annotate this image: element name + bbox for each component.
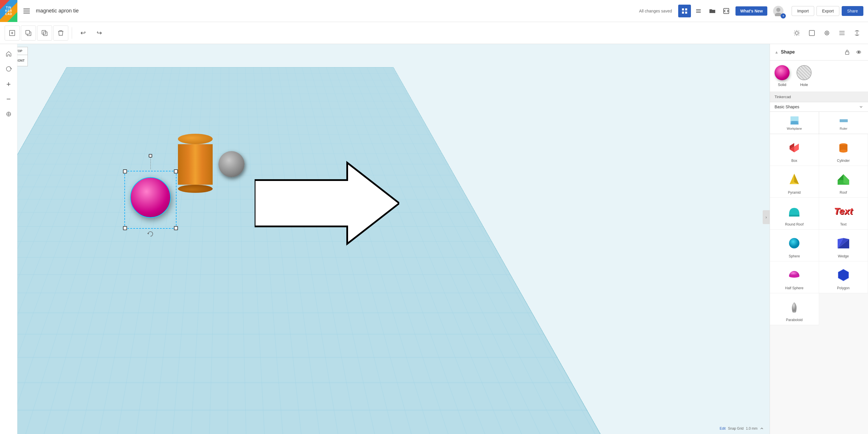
roof-label: Roof	[840, 191, 847, 195]
cylinder-body	[178, 144, 213, 185]
undo-button[interactable]: ↩	[75, 26, 91, 40]
save-status: All changes saved	[639, 9, 672, 13]
shape-sphere[interactable]: Sphere	[770, 230, 819, 261]
snap-grid-label: Snap Grid	[728, 427, 744, 431]
zoom-out-tool[interactable]: −	[2, 93, 15, 106]
ruler-label: Ruler	[840, 127, 847, 130]
shape-half-sphere[interactable]: Half Sphere	[770, 261, 819, 293]
duplicate-button[interactable]	[37, 26, 52, 40]
folder-button[interactable]	[706, 5, 719, 18]
shape-panel-title: Shape	[781, 50, 840, 55]
shape-polygon[interactable]: Polygon	[819, 261, 868, 293]
shape-paraboloid[interactable]: Paraboloid	[770, 293, 819, 325]
shape-roof[interactable]: Roof	[819, 166, 868, 198]
share-button[interactable]: Share	[842, 6, 863, 16]
wedge-icon	[835, 234, 852, 252]
import-button[interactable]: Import	[792, 6, 814, 16]
svg-point-6	[776, 8, 780, 12]
half-sphere-icon	[785, 266, 803, 284]
shape-view-button[interactable]	[806, 27, 818, 39]
embed-button[interactable]	[720, 5, 733, 18]
hamburger-menu-button[interactable]	[20, 4, 34, 18]
workplane-icon	[789, 115, 800, 126]
shape-panel-collapse[interactable]: ▲	[775, 50, 779, 54]
snap-grid-info: Edit Snap Grid 1.0 mm	[720, 427, 764, 431]
shape-panel-header: ▲ Shape	[770, 44, 868, 60]
fit-view-tool[interactable]	[2, 108, 15, 120]
canvas-area[interactable]	[18, 44, 770, 434]
zoom-in-tool[interactable]: +	[2, 78, 15, 90]
svg-point-22	[858, 52, 860, 53]
shape-box[interactable]: Box	[770, 134, 819, 166]
hole-option[interactable]: Hole	[797, 65, 812, 87]
whats-new-button[interactable]: What's New	[736, 6, 767, 16]
rotate-tool[interactable]	[2, 62, 15, 75]
sphere-icon	[785, 234, 803, 252]
svg-point-31	[839, 150, 847, 152]
library-label: Tinkercad	[775, 95, 791, 99]
shape-wedge[interactable]: Wedge	[819, 230, 868, 261]
wedge-label: Wedge	[838, 254, 849, 258]
library-header: Tinkercad	[770, 92, 868, 102]
visible-icon[interactable]	[854, 48, 863, 57]
light-button[interactable]	[790, 27, 803, 39]
svg-rect-38	[789, 215, 799, 216]
pyramid-label: Pyramid	[788, 191, 801, 195]
user-avatar-button[interactable]: +	[772, 5, 785, 18]
redo-button[interactable]: ↪	[92, 26, 107, 40]
svg-rect-3	[685, 11, 687, 13]
workplane-button[interactable]: Workplane	[770, 112, 819, 134]
polygon-label: Polygon	[837, 286, 849, 290]
export-button[interactable]: Export	[816, 6, 839, 16]
svg-rect-25	[840, 119, 848, 122]
sphere-object[interactable]	[130, 177, 171, 218]
box-icon	[785, 139, 803, 156]
library-selector[interactable]: Basic Shapes	[770, 102, 868, 112]
copy-button[interactable]	[21, 26, 36, 40]
add-user-button[interactable]: +	[781, 13, 786, 19]
svg-point-39	[789, 238, 799, 249]
svg-point-43	[789, 275, 799, 278]
box-label: Box	[791, 158, 797, 163]
grid-view-button[interactable]	[678, 5, 691, 18]
shape-pyramid[interactable]: Pyramid	[770, 166, 819, 198]
ruler-button[interactable]: Ruler	[819, 112, 868, 134]
delete-button[interactable]	[53, 26, 68, 40]
svg-rect-12	[43, 32, 47, 36]
solid-option[interactable]: Solid	[775, 65, 789, 87]
adjust-button[interactable]	[836, 27, 848, 39]
new-design-button[interactable]	[5, 26, 20, 40]
svg-rect-10	[26, 30, 30, 34]
lock-icon[interactable]	[842, 48, 852, 57]
svg-rect-1	[685, 8, 687, 10]
edit-toolbar: ↩ ↪	[0, 22, 868, 44]
library-name: Basic Shapes	[775, 105, 859, 109]
roof-icon	[835, 171, 852, 188]
panel-collapse-arrow[interactable]: ›	[763, 210, 770, 224]
sphere-label: Sphere	[789, 254, 800, 258]
small-sphere-object[interactable]	[218, 151, 245, 177]
shape-round-roof[interactable]: Round Roof	[770, 198, 819, 230]
cylinder-bottom	[178, 185, 213, 193]
hamburger-line	[24, 13, 30, 13]
cylinder-object[interactable]	[178, 134, 213, 193]
workplane-grid	[18, 67, 724, 434]
mirror-button[interactable]	[850, 27, 863, 39]
home-tool[interactable]	[2, 48, 15, 60]
shape-text[interactable]: Text Text	[819, 198, 868, 230]
solid-label: Solid	[778, 83, 786, 87]
svg-point-46	[793, 312, 796, 313]
chevron-up-icon[interactable]	[760, 427, 764, 431]
edit-label[interactable]: Edit	[720, 427, 726, 431]
document-title[interactable]: magnetic apron tie	[36, 8, 79, 14]
polygon-icon	[835, 266, 852, 284]
solid-preview	[775, 65, 789, 80]
camera-button[interactable]	[820, 27, 833, 39]
list-view-button[interactable]	[692, 5, 705, 18]
text-label-display: Text	[834, 206, 852, 216]
shape-cylinder[interactable]: Cylinder	[819, 134, 868, 166]
svg-marker-37	[843, 174, 849, 185]
svg-marker-33	[794, 174, 799, 184]
toolbar-divider	[72, 27, 72, 39]
logo[interactable]: TIN KER CAD	[0, 0, 18, 22]
